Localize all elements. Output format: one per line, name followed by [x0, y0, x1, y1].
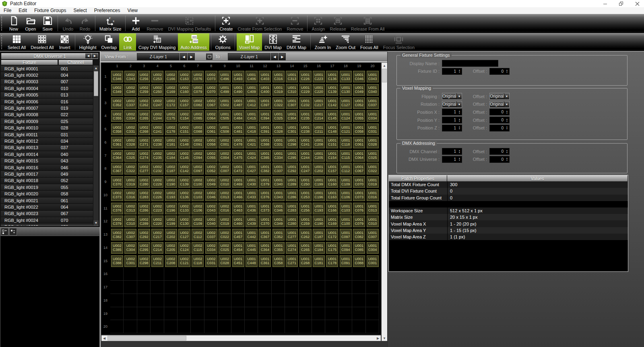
dmx-channel-offset-control[interactable]: 0▲▼: [489, 148, 510, 155]
fixture-cell[interactable]: U001C340: [272, 176, 285, 188]
fixture-cell[interactable]: U002C388: [111, 255, 123, 267]
fixture-cell[interactable]: U002C100: [192, 176, 204, 188]
fixture-cell[interactable]: U001C094: [340, 242, 352, 254]
fixture-cell[interactable]: U001C301: [286, 123, 298, 135]
fixture-cell[interactable]: U002C127: [178, 229, 190, 240]
fixture-cell[interactable]: U002C109: [192, 216, 204, 227]
fixture-cell[interactable]: U001C013: [367, 203, 379, 214]
fixture-cell[interactable]: U001C361: [259, 255, 271, 267]
fixture-cell[interactable]: U001C466: [232, 189, 244, 201]
fixture-cell[interactable]: U002C094: [192, 150, 204, 162]
save-button[interactable]: Save: [39, 15, 56, 32]
fixture-cell[interactable]: U001C490: [232, 84, 244, 96]
fixture-cell[interactable]: U002C328: [124, 137, 136, 148]
fixture-cell[interactable]: U002C244: [151, 110, 163, 122]
layer-prev-icon[interactable]: ◀: [180, 53, 187, 60]
fixture-cell[interactable]: U002C022: [219, 229, 231, 240]
zoom-in-button[interactable]: Zoom In: [312, 33, 333, 51]
fixture-cell[interactable]: U001C157: [326, 163, 338, 175]
fixture-cell[interactable]: U002C217: [151, 229, 163, 240]
fixture-cell[interactable]: U002C262: [138, 97, 150, 109]
fixture-cell[interactable]: U002C076: [192, 71, 204, 82]
new-button[interactable]: New: [5, 15, 22, 32]
fixture-cell[interactable]: U001C100: [340, 216, 352, 227]
fixture-cell[interactable]: U001C082: [353, 229, 365, 240]
fixture-id-offset-spinner[interactable]: 0 ▲▼: [489, 68, 510, 75]
fixture-cell[interactable]: U001C334: [272, 150, 285, 162]
fixture-cell[interactable]: U002C358: [111, 123, 123, 135]
fixture-cell[interactable]: U001C253: [299, 189, 312, 201]
fixture-cell[interactable]: U001C019: [367, 176, 379, 188]
fixture-cell[interactable]: U001C202: [313, 163, 325, 175]
fixture-cell[interactable]: U001C304: [286, 110, 298, 122]
scroll-down-icon[interactable]: ▼: [93, 220, 99, 226]
open-button[interactable]: Open: [22, 15, 39, 32]
fixture-cell[interactable]: U001C277: [286, 229, 298, 240]
fixture-cell[interactable]: U001C226: [299, 71, 312, 82]
fixture-cell[interactable]: U002C103: [192, 189, 204, 201]
fixture-cell[interactable]: U001C445: [246, 242, 258, 254]
group-tool-2-icon[interactable]: [9, 228, 17, 236]
fixture-cell[interactable]: U001C121: [340, 123, 352, 135]
invert-button[interactable]: Invert: [56, 33, 73, 51]
fixture-cell[interactable]: U001C292: [286, 163, 298, 175]
spinner-arrows-icon[interactable]: ▲▼: [505, 117, 509, 123]
fixture-row[interactable]: RGB_light #0007019: [1, 105, 93, 111]
fixture-cell[interactable]: U001C505: [219, 110, 231, 122]
fixture-cell[interactable]: U001C010: [367, 216, 379, 227]
fixture-cell[interactable]: U002C205: [165, 242, 177, 254]
fixture-cell[interactable]: U001C160: [326, 176, 338, 188]
fixture-row[interactable]: RGB_light #0020058: [1, 191, 93, 197]
fixture-cell[interactable]: U001C442: [246, 229, 258, 240]
fixture-cell[interactable]: U001C115: [340, 150, 352, 162]
spinner-arrows-icon[interactable]: ▲▼: [457, 68, 462, 74]
fixture-cell[interactable]: U001C181: [313, 255, 325, 267]
fixture-cell[interactable]: U002C238: [151, 137, 163, 148]
fixture-cell[interactable]: U001C370: [259, 216, 271, 227]
fixture-cell[interactable]: U002C301: [124, 255, 136, 267]
fixture-row[interactable]: RGB_light #0025073: [1, 224, 93, 226]
menu-select[interactable]: Select: [70, 7, 90, 14]
fixture-cell[interactable]: U001C136: [326, 71, 338, 82]
fixture-cell[interactable]: U001C178: [326, 255, 338, 267]
dropdown-arrow-icon[interactable]: ▼: [504, 93, 509, 99]
deselect-all-button[interactable]: Deselect All: [28, 33, 56, 51]
fixture-cell[interactable]: U001C496: [219, 71, 231, 82]
fixture-cell[interactable]: U002C250: [151, 84, 163, 96]
fixture-cell[interactable]: U001C502: [219, 97, 231, 109]
fixture-row[interactable]: RGB_light #0002004: [1, 72, 93, 78]
fixture-cell[interactable]: U002C241: [151, 123, 163, 135]
fixture-cell[interactable]: U001C328: [272, 123, 285, 135]
fixture-cell[interactable]: U001C337: [272, 163, 285, 175]
position-z-offset-control[interactable]: 0▲▼: [489, 125, 510, 131]
fixture-cell[interactable]: U002C352: [111, 97, 123, 109]
fixture-cell[interactable]: U001C076: [353, 203, 365, 214]
matrix-size-button[interactable]: zxMatrix Size: [97, 15, 124, 32]
fixture-cell[interactable]: U002C130: [178, 216, 190, 227]
fixture-cell[interactable]: U002C331: [124, 123, 136, 135]
fixture-cell[interactable]: U001C343: [272, 189, 285, 201]
fixture-cell[interactable]: U002C001: [219, 137, 231, 148]
fixture-cell[interactable]: U001C322: [272, 97, 285, 109]
fixture-cell[interactable]: U002C361: [111, 137, 123, 148]
fixture-cell[interactable]: U002C199: [165, 216, 177, 227]
fixture-cell[interactable]: U002C067: [205, 97, 217, 109]
fixture-cell[interactable]: U001C364: [259, 242, 271, 254]
grid-scroll-right-icon[interactable]: ▶: [375, 335, 381, 341]
fixture-cell[interactable]: U002C181: [165, 137, 177, 148]
fixture-row[interactable]: RGB_light #0023067: [1, 211, 93, 217]
fixture-cell[interactable]: U002C337: [124, 97, 136, 109]
fixture-cell[interactable]: U002C184: [165, 150, 177, 162]
fixture-cell[interactable]: U002C256: [138, 71, 150, 82]
dropdown-arrow-icon[interactable]: ▼: [456, 93, 462, 99]
fixture-cell[interactable]: U001C244: [299, 150, 312, 162]
grid-scroll-down-icon[interactable]: ▼: [382, 335, 387, 341]
fixture-cell[interactable]: U001C487: [232, 97, 244, 109]
position-y-offset-control[interactable]: 0▲▼: [489, 117, 510, 123]
fixture-cell[interactable]: U001C376: [259, 189, 271, 201]
fixture-row[interactable]: RGB_light #0005013: [1, 92, 93, 99]
fixture-cell[interactable]: U002C208: [165, 255, 177, 267]
add-button[interactable]: Add: [127, 15, 144, 32]
fixture-cell[interactable]: U001C004: [367, 242, 379, 254]
flipping-control[interactable]: Original▼: [442, 93, 462, 100]
